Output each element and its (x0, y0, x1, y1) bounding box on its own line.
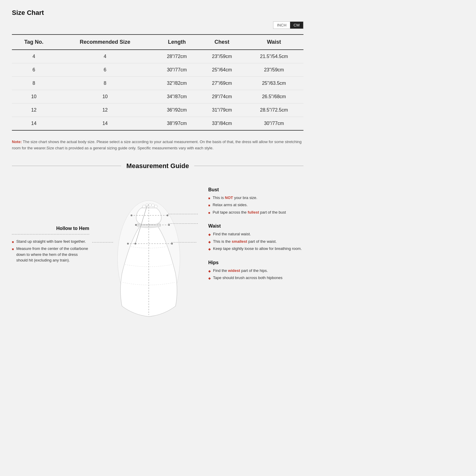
bust-highlight-1: NOT (225, 195, 233, 200)
bust-bullet-1: ■ This is NOT your bra size. (208, 195, 303, 201)
hollow-bullet-0: ■Stand up straight with bare feet togeth… (12, 239, 89, 245)
cell-rec-3: 10 (56, 90, 154, 104)
cell-chest-0: 23"/59cm (199, 50, 245, 63)
hips-title: Hips (208, 260, 303, 265)
note-text: The size chart shows the actual body siz… (12, 140, 302, 150)
hips-section: Hips ◆ Find the widest part of the hips.… (208, 260, 303, 281)
guide-title-row: Measurement Guide (12, 162, 303, 170)
bust-bullet-2-text: Relax arms at sides. (213, 202, 248, 208)
table-row: 121236"/92cm31"/79cm28.5"/72.5cm (12, 104, 303, 117)
waist-highlight-2: smallest (232, 239, 247, 244)
bullet-icon-1: ■ (208, 196, 210, 201)
bust-bullet-3-text: Pull tape across the fullest part of the… (213, 209, 286, 215)
hips-bullet-2: ◆ Tape should brush across both hipbones (208, 275, 303, 281)
guide-center (89, 178, 208, 321)
cell-chest-3: 29"/74cm (199, 90, 245, 104)
waist-icon-2: ◆ (208, 239, 211, 245)
table-row: 4428"/72cm23"/59cm21.5"/54.5cm (12, 50, 303, 63)
waist-icon-3: ◆ (208, 247, 211, 252)
hollow-title: Hollow to Hem (12, 226, 89, 231)
hips-icon-2: ◆ (208, 276, 211, 281)
cell-length-3: 34"/87cm (154, 90, 200, 104)
waist-bullet-1-text: Find the natural waist. (213, 231, 251, 237)
page-title: Size Chart (12, 9, 303, 17)
hollow-bullets: ■Stand up straight with bare feet togeth… (12, 239, 89, 263)
cell-tag-4: 12 (12, 104, 56, 117)
cell-tag-0: 4 (12, 50, 56, 63)
svg-point-4 (151, 204, 154, 207)
guide-body: Hollow to Hem ■Stand up straight with ba… (12, 178, 303, 321)
hollow-bullet-1-text: Measure from the center of the collarbon… (16, 246, 89, 263)
cell-chest-5: 33"/84cm (199, 117, 245, 131)
svg-point-1 (143, 205, 145, 208)
cell-chest-1: 25"/64cm (199, 63, 245, 77)
cell-rec-1: 6 (56, 63, 154, 77)
cell-length-2: 32"/82cm (154, 77, 200, 90)
bust-title: Bust (208, 187, 303, 192)
bust-section: Bust ■ This is NOT your bra size. ■ Rela… (208, 187, 303, 215)
bust-bullet-3: ■ Pull tape across the fullest part of t… (208, 209, 303, 215)
hollow-icon-0: ■ (12, 239, 14, 245)
cell-waist-2: 25"/63.5cm (245, 77, 303, 90)
svg-point-15 (171, 243, 173, 245)
svg-point-14 (127, 243, 129, 245)
bullet-icon-3: ■ (208, 210, 210, 215)
cell-rec-0: 4 (56, 50, 154, 63)
cell-tag-1: 6 (12, 63, 56, 77)
cell-length-1: 30"/77cm (154, 63, 200, 77)
size-chart-table: Tag No. Recommended Size Length Chest Wa… (12, 34, 303, 131)
cell-length-4: 36"/92cm (154, 104, 200, 117)
bullet-icon-2: ■ (208, 203, 210, 208)
col-header-rec: Recommended Size (56, 35, 154, 50)
guide-left: Hollow to Hem ■Stand up straight with ba… (12, 178, 89, 321)
cell-rec-4: 12 (56, 104, 154, 117)
cell-chest-4: 31"/79cm (199, 104, 245, 117)
waist-icon-1: ◆ (208, 232, 211, 237)
cell-tag-2: 8 (12, 77, 56, 90)
cell-rec-2: 8 (56, 77, 154, 90)
table-row: 6630"/77cm25"/64cm23"/59cm (12, 63, 303, 77)
hips-highlight-1: widest (228, 268, 240, 273)
svg-point-8 (131, 214, 132, 216)
waist-title: Waist (208, 223, 303, 229)
svg-point-12 (168, 224, 170, 226)
waist-bullet-3: ◆ Keep tape slightly loose to allow for … (208, 246, 303, 252)
hips-bullet-2-text: Tape should brush across both hipbones (213, 275, 282, 281)
hollow-icon-1: ■ (12, 247, 14, 252)
cell-waist-5: 30"/77cm (245, 117, 303, 131)
guide-title: Measurement Guide (126, 162, 189, 170)
table-row: 8832"/82cm27"/69cm25"/63.5cm (12, 77, 303, 90)
guide-title-line-left (12, 166, 121, 166)
hips-bullet-1: ◆ Find the widest part of the hips. (208, 268, 303, 274)
table-header-row: Tag No. Recommended Size Length Chest Wa… (12, 35, 303, 50)
table-row: 141438"/97cm33"/84cm30"/77cm (12, 117, 303, 131)
svg-point-11 (135, 224, 137, 226)
hips-bullet-1-text: Find the widest part of the hips. (213, 268, 268, 274)
bust-highlight-3: fullest (248, 210, 259, 214)
unit-toggle: INCH CM (12, 21, 303, 29)
unit-cm-button[interactable]: CM (290, 22, 303, 29)
guide-right: Bust ■ This is NOT your bra size. ■ Rela… (208, 178, 303, 321)
unit-toggle-group[interactable]: INCH CM (273, 21, 303, 29)
col-header-tag: Tag No. (12, 35, 56, 50)
guide-title-line-right (194, 166, 303, 166)
waist-bullet-2-text: This is the smallest part of the waist. (213, 239, 277, 245)
bust-bullet-1-text: This is NOT your bra size. (213, 195, 257, 201)
cell-waist-0: 21.5"/54.5cm (245, 50, 303, 63)
waist-bullet-3-text: Keep tape slightly loose to allow for br… (213, 246, 302, 252)
col-header-waist: Waist (245, 35, 303, 50)
hollow-bullet-0-text: Stand up straight with bare feet togethe… (16, 239, 86, 245)
cell-waist-3: 26.5"/68cm (245, 90, 303, 104)
unit-inch-button[interactable]: INCH (273, 22, 290, 29)
hips-icon-1: ◆ (208, 269, 211, 274)
measurement-guide: Measurement Guide Hollow to Hem ■Stand u… (12, 162, 303, 321)
note-label: Note: (12, 140, 22, 144)
cell-rec-5: 14 (56, 117, 154, 131)
cell-tag-3: 10 (12, 90, 56, 104)
bust-bullet-2: ■ Relax arms at sides. (208, 202, 303, 208)
waist-bullet-2: ◆ This is the smallest part of the waist… (208, 239, 303, 245)
cell-waist-1: 23"/59cm (245, 63, 303, 77)
table-row: 101034"/87cm29"/74cm26.5"/68cm (12, 90, 303, 104)
waist-bullet-1: ◆ Find the natural waist. (208, 231, 303, 237)
svg-point-9 (167, 214, 168, 216)
